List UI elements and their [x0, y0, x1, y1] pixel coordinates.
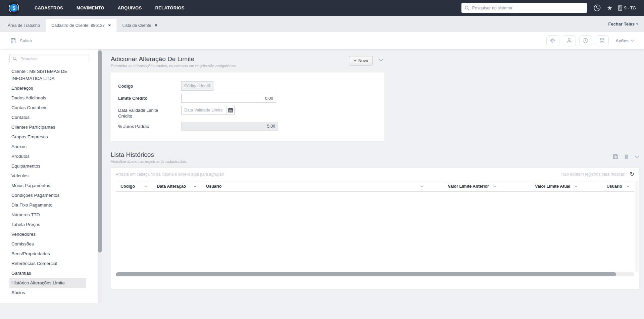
limite-credito-label: Limite Crédito — [118, 95, 181, 101]
refresh-icon[interactable]: ↻ — [630, 172, 634, 177]
new-button[interactable]: + Novo — [349, 56, 373, 65]
collapse-section-chevron-icon[interactable] — [635, 155, 639, 158]
sidebar-scrollbar-track — [98, 49, 102, 303]
user-icon — [566, 38, 572, 44]
save-list-button[interactable] — [613, 154, 618, 160]
sidebar-item[interactable]: Vendedores — [9, 229, 86, 239]
sidebar-item[interactable]: Dados Adicionais — [9, 93, 86, 103]
codigo-field[interactable] — [181, 81, 213, 91]
grid-column-title: Data Alteração — [157, 184, 186, 189]
actions-label: Ações — [615, 38, 629, 43]
database-button[interactable] — [596, 35, 609, 46]
tab-area-de-trabalho[interactable]: Área de Trabalho — [2, 19, 46, 32]
chevron-down-icon[interactable] — [193, 185, 197, 187]
chevron-down-icon[interactable] — [574, 185, 578, 187]
close-icon[interactable]: ✖ — [108, 24, 111, 27]
juros-padrao-label: % Juros Padrão — [118, 124, 181, 129]
close-icon[interactable]: ✖ — [155, 24, 157, 27]
sidebar-item[interactable]: Contatos — [9, 112, 86, 122]
nav-item-cadastros[interactable]: CADASTROS — [35, 5, 63, 10]
group-hint-text: Arraste um cabeçalho da coluna e solte-o… — [116, 172, 224, 177]
nav-item-arquivos[interactable]: ARQUIVOS — [118, 5, 142, 10]
data-validade-field[interactable] — [181, 106, 227, 115]
global-search-input[interactable] — [472, 6, 584, 10]
actions-dropdown[interactable]: Ações — [615, 38, 635, 43]
favorites-star-icon[interactable]: ★ — [607, 5, 612, 11]
company-label: 9 - TG — [624, 6, 636, 10]
sidebar-item[interactable]: Referências Comercial — [9, 259, 86, 268]
nav-item-relatorios[interactable]: RELATÓRIOS — [155, 5, 184, 10]
chevron-down-icon[interactable] — [493, 185, 496, 187]
close-screens-dropdown[interactable]: Fechar Telas ▾ — [608, 21, 638, 27]
history-grid: Arraste um cabeçalho da coluna e solte-o… — [111, 168, 639, 289]
calendar-button[interactable] — [227, 106, 235, 115]
floppy-disk-icon — [613, 154, 618, 160]
sidebar-item[interactable]: Anexos — [9, 142, 86, 151]
chevron-down-icon[interactable] — [626, 185, 630, 187]
new-button-label: Novo — [358, 58, 368, 63]
sidebar-item[interactable]: Meios Pagamentos — [9, 181, 86, 190]
sidebar-item[interactable]: Histórico Alterações Limite — [9, 278, 86, 288]
floppy-disk-icon — [10, 38, 17, 44]
sidebar-item[interactable]: Endereços — [9, 83, 86, 93]
sidebar-item[interactable]: Grupos Empresas — [9, 132, 86, 142]
sidebar-item[interactable]: Condições Pagamentos — [9, 190, 86, 200]
grid-column-header[interactable]: Usuário — [201, 181, 429, 191]
chevron-down-icon — [631, 40, 635, 42]
grid-column-title: Usuário — [606, 184, 622, 189]
form-row-data-validade: Data Validade Limite Crédito — [118, 106, 384, 119]
sidebar-item[interactable]: Clientes Participantes — [9, 122, 86, 132]
sidebar-scrollbar-thumb[interactable] — [98, 50, 102, 253]
nav-item-movimento[interactable]: MOVIMENTO — [77, 5, 104, 10]
user-button[interactable] — [563, 35, 576, 46]
grid-column-title: Valor Limite Atual — [535, 184, 570, 189]
sidebar-item[interactable]: Sócios — [9, 288, 86, 298]
calendar-icon — [228, 108, 233, 112]
data-validade-label: Data Validade Limite Crédito — [118, 106, 181, 119]
sidebar-item[interactable]: Produtos — [9, 151, 86, 161]
whatsapp-icon[interactable] — [593, 4, 601, 12]
grid-empty-body — [116, 192, 634, 272]
sidebar-item[interactable]: Garantias — [9, 268, 86, 278]
tab-lista-de-cliente[interactable]: Lista de Cliente ✖ — [116, 19, 163, 32]
grid-column-header[interactable]: Código — [116, 181, 152, 191]
grid-column-header[interactable]: Usuário — [582, 181, 634, 191]
history-button[interactable] — [579, 35, 592, 46]
settings-button[interactable] — [546, 35, 559, 46]
chevron-down-icon[interactable] — [420, 185, 424, 187]
sidebar-item[interactable]: Dia Fixo Pagamento — [9, 200, 86, 210]
app-logo-dollar-icon[interactable]: $ — [7, 1, 20, 14]
save-label: Salvar — [20, 38, 32, 43]
sidebar-item[interactable]: Bens/Propriedades — [9, 249, 86, 259]
sidebar-item[interactable]: Comissões — [9, 239, 86, 249]
chevron-down-icon[interactable] — [144, 185, 147, 187]
grid-column-header[interactable]: Valor Limite Atual — [501, 181, 583, 191]
sidebar-item[interactable]: Contas Contábeis — [9, 103, 86, 112]
gear-icon — [550, 38, 556, 44]
sidebar-item[interactable]: Tabela Preços — [9, 220, 86, 229]
sidebar-item[interactable]: Veículos — [9, 171, 86, 181]
limite-credito-field[interactable] — [181, 94, 276, 103]
sidebar-item[interactable]: Cliente : M8 SISTEMAS DE INFORMATICA LTD… — [9, 66, 86, 83]
grid-horizontal-scrollbar-thumb[interactable] — [116, 272, 616, 276]
add-limit-change-section: Adicionar Alteração De Limite Preencha a… — [111, 55, 384, 141]
search-icon — [13, 56, 17, 61]
company-selector[interactable]: 9 - TG — [618, 5, 636, 11]
client-sections-sidebar: Cliente : M8 SISTEMAS DE INFORMATICA LTD… — [0, 49, 98, 303]
juros-padrao-field[interactable] — [181, 122, 278, 131]
codigo-label: Código — [118, 83, 181, 89]
collapse-section-chevron-icon[interactable] — [378, 58, 384, 61]
save-button[interactable]: Salvar — [10, 38, 32, 44]
tab-cadastro-de-cliente[interactable]: Cadastro de Cliente: 886137 ✖ — [46, 19, 117, 32]
section-subtitle: Preencha as informações abaixo, os campo… — [111, 64, 349, 68]
record-toolbar: Salvar — [0, 32, 644, 49]
empty-message: Não existem registros para mostrar! — [561, 172, 626, 177]
sidebar-search-input[interactable] — [20, 57, 86, 61]
grid-header-row: Código Data Alteração — [116, 181, 634, 192]
sidebar-item[interactable]: Equipamentos — [9, 161, 86, 171]
grid-vertical-scrollbar-track — [635, 181, 638, 272]
sidebar-item[interactable]: Números TTD — [9, 210, 86, 220]
grid-column-header[interactable]: Data Alteração — [152, 181, 201, 191]
grid-column-header[interactable]: Valor Limite Anterior — [429, 181, 501, 191]
delete-button[interactable] — [624, 154, 629, 160]
